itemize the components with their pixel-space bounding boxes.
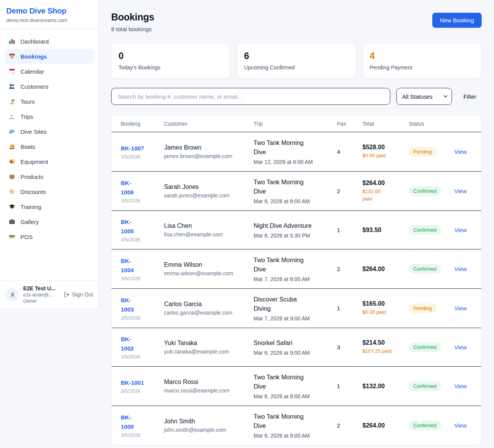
table-row: BK- 10033/5/2026 Carlos Garciacarlos.gar…: [112, 289, 481, 328]
customer-name: Carlos Garcia: [164, 301, 249, 308]
sidebar-item-label: Gallery: [20, 219, 39, 225]
pax-count: 2: [337, 188, 362, 194]
booking-id-link[interactable]: BK-1001: [121, 378, 159, 387]
sidebar-item-equipment[interactable]: Equipment: [5, 154, 94, 169]
stat-value: 0: [118, 51, 223, 61]
trip-name: Two Tank Morning Dive: [254, 138, 332, 157]
booking-id-link[interactable]: BK- 1005: [121, 217, 159, 236]
column-header-trip: Trip: [254, 121, 337, 127]
sidebar-item-label: POS: [20, 234, 33, 240]
user-role: Owner: [23, 298, 60, 304]
trip-date: Mar 12, 2026 at 8:00 AM: [254, 159, 332, 165]
wave-icon: [8, 128, 15, 135]
tag-icon: [8, 188, 15, 195]
booking-id-link[interactable]: BK- 1000: [121, 413, 159, 431]
booking-id-link[interactable]: BK- 1004: [121, 256, 159, 275]
grad-cap-icon: [8, 203, 15, 210]
view-link[interactable]: View: [454, 148, 467, 155]
sidebar-item-boats[interactable]: Boats: [5, 139, 94, 154]
trip-name: Night Dive Adventure: [254, 221, 332, 231]
bar-chart-icon: [8, 38, 15, 45]
stat-label: Pending Payment: [370, 64, 474, 71]
booking-date: 3/5/2026: [121, 237, 159, 243]
search-input[interactable]: [111, 88, 390, 105]
table-row: BK- 10023/5/2026 Yuki Tanakayuki.tanaka@…: [112, 328, 481, 367]
filter-controls: All Statuses Filter: [111, 88, 482, 105]
trip-date: Mar 6, 2026 at 8:00 AM: [254, 393, 332, 399]
sidebar-nav: Dashboard 17 Bookings Calendar Customers…: [0, 29, 98, 280]
booking-id-link[interactable]: BK- 1006: [121, 179, 159, 197]
table-row: BK-10013/5/2026 Marco Rossimarco.rossi@e…: [112, 367, 481, 406]
booking-id-link[interactable]: BK-1007: [121, 144, 159, 153]
view-link[interactable]: View: [454, 305, 467, 312]
sidebar-item-training[interactable]: Training: [5, 199, 94, 214]
filter-button[interactable]: Filter: [458, 90, 482, 103]
sidebar-item-calendar[interactable]: Calendar: [5, 64, 94, 79]
status-badge: Confirmed: [409, 421, 441, 430]
trip-name: Two Tank Morning Dive: [254, 373, 332, 391]
table-row: BK-10073/5/2026 James Brownjames.brown@e…: [112, 132, 481, 172]
sidebar-item-tours[interactable]: Tours: [5, 94, 94, 109]
sidebar-item-label: Bookings: [20, 53, 47, 60]
sidebar-item-label: Customers: [20, 83, 49, 90]
booking-id-link[interactable]: BK- 1003: [121, 296, 159, 314]
customer-name: Marco Rossi: [164, 379, 249, 386]
stat-value: 4: [370, 51, 474, 61]
user-email: e2e-tester@...: [23, 292, 60, 298]
booking-date: 3/5/2026: [121, 154, 159, 160]
view-link[interactable]: View: [454, 188, 467, 194]
sidebar-item-bookings[interactable]: 17 Bookings: [5, 49, 94, 64]
view-link[interactable]: View: [454, 383, 467, 389]
trip-date: Mar 7, 2026 at 8:00 AM: [254, 276, 332, 282]
view-link[interactable]: View: [454, 422, 467, 429]
view-link[interactable]: View: [454, 266, 467, 272]
sidebar-item-pos[interactable]: POS: [5, 229, 94, 244]
pax-count: 1: [337, 305, 362, 312]
sidebar-item-label: Training: [20, 204, 41, 210]
sidebar-item-label: Calendar: [20, 68, 44, 75]
customer-name: Lisa Chen: [164, 222, 249, 229]
customer-email: lisa.chen@example.com: [164, 231, 249, 237]
sidebar-item-trips[interactable]: Trips: [5, 109, 94, 124]
trip-name: Two Tank Morning Dive: [254, 412, 332, 431]
column-header-status: Status: [409, 121, 454, 127]
page-subtitle: 8 total bookings: [111, 26, 154, 32]
brand-block: Demo Dive Shop demo.test.divestreams.com: [0, 0, 98, 29]
sidebar-item-customers[interactable]: Customers: [5, 79, 94, 94]
customer-email: emma.wilson@example.com: [164, 270, 249, 276]
customer-email: carlos.garcia@example.com: [164, 310, 249, 316]
pax-count: 1: [337, 383, 362, 389]
new-booking-button[interactable]: New Booking: [432, 13, 482, 28]
status-badge: Confirmed: [409, 381, 441, 391]
sidebar-item-gallery[interactable]: Gallery: [5, 214, 94, 229]
table-header-row: Booking Customer Trip Pax Total Status: [112, 115, 481, 132]
bookings-table: Booking Customer Trip Pax Total Status B…: [111, 115, 482, 445]
camera-icon: [8, 218, 15, 225]
booking-id-link[interactable]: BK- 1002: [121, 335, 159, 353]
sign-out-button[interactable]: Sign Out: [64, 291, 93, 298]
avatar: [5, 288, 19, 301]
view-link[interactable]: View: [454, 227, 467, 233]
sidebar-item-discounts[interactable]: Discounts: [5, 184, 94, 199]
customer-email: james.brown@example.com: [164, 153, 249, 159]
stat-label: Today's Bookings: [118, 64, 223, 71]
user-footer: E2E Test U... e2e-tester@... Owner Sign …: [0, 280, 98, 308]
status-filter-select[interactable]: All Statuses: [396, 88, 452, 105]
sidebar-item-dashboard[interactable]: Dashboard: [5, 34, 94, 49]
view-link[interactable]: View: [454, 344, 467, 350]
sidebar-item-dive-sites[interactable]: Dive Sites: [5, 124, 94, 139]
trip-name: Snorkel Safari: [254, 339, 332, 348]
svg-text:17: 17: [10, 56, 14, 59]
pax-count: 3: [337, 344, 362, 350]
table-row: BK- 10043/5/2026 Emma Wilsonemma.wilson@…: [112, 249, 481, 289]
stat-value: 6: [244, 51, 349, 61]
table-row: BK- 10063/5/2026 Sarah Jonessarah.jones@…: [112, 172, 481, 211]
sidebar-item-products[interactable]: Products: [5, 169, 94, 184]
pax-count: 1: [337, 227, 362, 233]
paid-amount: $0.00 paid: [362, 152, 404, 160]
trip-date: Mar 6, 2026 at 8:00 AM: [254, 433, 332, 439]
brand-domain: demo.test.divestreams.com: [6, 17, 92, 23]
table-row: BK- 10003/5/2026 John Smithjohn.smith@ex…: [112, 406, 481, 445]
sidebar-item-label: Products: [20, 173, 43, 180]
sailboat-icon: [8, 143, 15, 150]
